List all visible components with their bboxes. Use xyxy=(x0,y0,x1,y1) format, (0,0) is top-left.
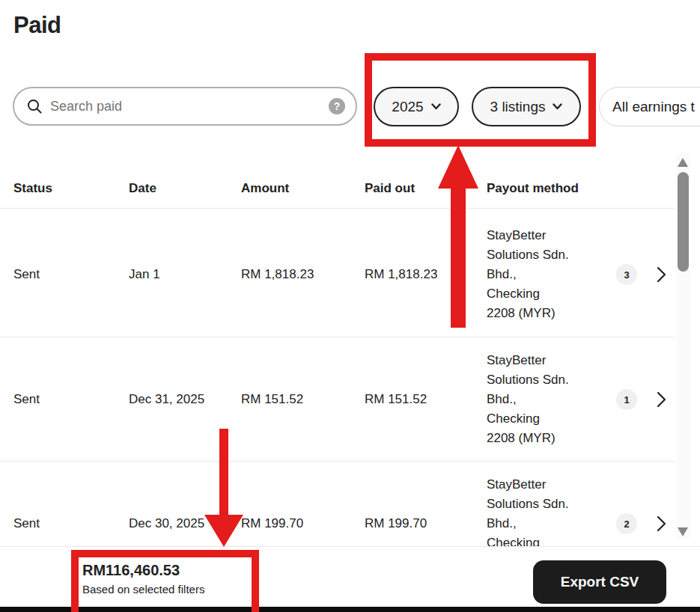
paid-payouts-page: Paid ? 2025 3 listings All earnings t St… xyxy=(0,0,700,612)
help-icon[interactable]: ? xyxy=(329,98,345,114)
chevron-down-icon xyxy=(553,103,562,110)
row-date: Jan 1 xyxy=(129,267,160,282)
column-header-date: Date xyxy=(129,181,156,196)
column-header-paid-out: Paid out xyxy=(365,181,415,196)
table-row[interactable]: Sent Jan 1 RM 1,818.23 RM 1,818.23 StayB… xyxy=(0,212,675,337)
page-title: Paid xyxy=(13,12,61,39)
row-payout-method: StayBetter Solutions Sdn. Bhd., Checking… xyxy=(487,226,569,323)
row-status: Sent xyxy=(13,516,40,531)
earnings-filter-label: All earnings t xyxy=(612,99,695,115)
scrollbar-thumb[interactable] xyxy=(678,172,689,272)
chevron-right-icon[interactable] xyxy=(657,266,666,283)
total-subtitle: Based on selected filters xyxy=(82,583,204,596)
header-divider xyxy=(0,208,675,209)
payout-count-badge: 2 xyxy=(616,513,637,534)
search-input[interactable] xyxy=(50,99,329,114)
row-date: Dec 30, 2025 xyxy=(129,516,204,531)
table-row[interactable]: Sent Dec 31, 2025 RM 151.52 RM 151.52 St… xyxy=(0,338,675,462)
listings-filter-label: 3 listings xyxy=(490,99,546,115)
row-amount: RM 1,818.23 xyxy=(241,267,314,282)
row-payout-method: StayBetter Solutions Sdn. Bhd., Checking… xyxy=(487,351,569,448)
row-status: Sent xyxy=(13,267,40,282)
year-filter-label: 2025 xyxy=(392,99,423,115)
column-header-status: Status xyxy=(13,181,52,196)
row-paid-out: RM 1,818.23 xyxy=(365,267,437,282)
chevron-down-icon xyxy=(431,103,441,110)
row-date: Dec 31, 2025 xyxy=(129,392,204,407)
row-status: Sent xyxy=(13,392,40,407)
payout-count-badge: 1 xyxy=(616,389,637,410)
row-paid-out: RM 199.70 xyxy=(365,516,427,531)
scrollbar-down-button[interactable] xyxy=(678,527,688,536)
listings-filter-dropdown[interactable]: 3 listings xyxy=(472,87,581,126)
total-amount: RM116,460.53 xyxy=(82,562,180,579)
page-bottom-border xyxy=(0,607,700,612)
column-header-payout-method: Payout method xyxy=(487,181,579,196)
footer-bar: RM116,460.53 Based on selected filters E… xyxy=(0,546,700,607)
row-amount: RM 199.70 xyxy=(241,516,303,531)
search-icon xyxy=(26,98,43,114)
chevron-right-icon[interactable] xyxy=(657,515,666,532)
search-input-container[interactable]: ? xyxy=(13,87,357,126)
scrollbar-up-button[interactable] xyxy=(678,158,688,167)
payout-count-badge: 3 xyxy=(616,264,637,285)
row-paid-out: RM 151.52 xyxy=(365,392,427,407)
export-csv-button[interactable]: Export CSV xyxy=(533,560,666,604)
chevron-right-icon[interactable] xyxy=(657,391,666,408)
earnings-type-filter-dropdown[interactable]: All earnings t xyxy=(599,87,700,126)
row-amount: RM 151.52 xyxy=(241,392,303,407)
column-header-amount: Amount xyxy=(241,181,289,196)
year-filter-dropdown[interactable]: 2025 xyxy=(374,87,459,126)
